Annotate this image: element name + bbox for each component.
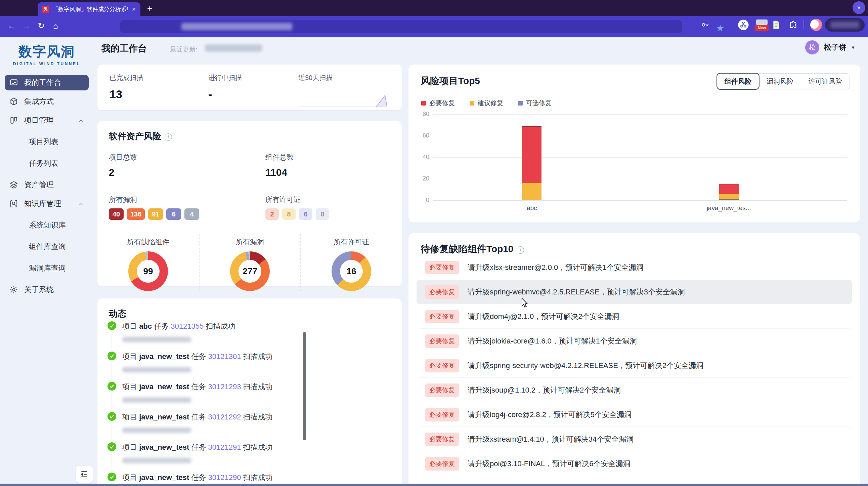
collapse-sidebar-button[interactable] xyxy=(76,466,93,483)
component-total-value: 1104 xyxy=(266,167,293,178)
tab-漏洞风险[interactable]: 漏洞风险 xyxy=(759,73,801,89)
success-check-icon xyxy=(107,442,116,451)
tab-close-icon[interactable]: × xyxy=(131,6,136,13)
new-extension-icon[interactable]: New xyxy=(755,20,769,31)
task-id-link[interactable]: 30121301 xyxy=(208,352,241,361)
window-bottom-edge xyxy=(0,484,868,486)
sidebar-item-knowledge-mgmt[interactable]: 知识库管理 xyxy=(5,196,89,211)
activity-timestamp-blurred xyxy=(122,367,191,372)
logo-subtitle: DIGITAL WIND TUNNEL xyxy=(0,61,93,66)
password-key-icon[interactable] xyxy=(701,20,710,30)
browser-menu-button[interactable]: ˅ xyxy=(852,1,865,14)
y-axis-tick: 20 xyxy=(414,175,429,182)
chevron-down-icon: ▼ xyxy=(851,45,855,50)
bar-segment xyxy=(522,183,541,200)
back-button[interactable]: ← xyxy=(7,21,16,31)
defect-row[interactable]: 必要修复 请升级xstream@1.4.10，预计可解决34个安全漏洞 xyxy=(416,427,852,451)
page-header: 我的工作台 最近更新: 松 松子饼 ▼ xyxy=(97,40,860,57)
task-id-link[interactable]: 30121292 xyxy=(208,413,241,421)
sidebar-item-integration[interactable]: 集成方式 xyxy=(5,94,89,109)
screenshot-extension-icon[interactable] xyxy=(738,19,749,31)
defect-row[interactable]: 必要修复 请升级jsoup@1.10.2，预计可解决2个安全漏洞 xyxy=(416,378,852,402)
task-id-link[interactable]: 30121355 xyxy=(170,322,204,330)
defect-row[interactable]: 必要修复 请升级spring-security-web@4.2.12.RELEA… xyxy=(416,353,852,378)
bar-java_new_tes...[interactable] xyxy=(719,114,739,200)
completed-scans-stat: 已完成扫描 13 xyxy=(110,73,143,101)
activity-item: 项目 java_new_test 任务 30121293 扫描成功 xyxy=(107,381,388,412)
task-id-link[interactable]: 30121291 xyxy=(208,443,241,451)
browser-tab[interactable]: 风 「数字风洞」软件成分分析系统 × xyxy=(38,2,141,16)
chevron-up-icon[interactable] xyxy=(78,201,84,207)
defect-top10-title: 待修复缺陷组件Top10 xyxy=(421,244,513,254)
extensions-puzzle-icon[interactable] xyxy=(789,20,798,30)
defect-row[interactable]: 必要修复 请升级poi@3.10-FINAL，预计可解决6个安全漏洞 xyxy=(416,451,852,476)
defect-list: 必要修复 请升级xlsx-streamer@2.0.0，预计可解决1个安全漏洞 … xyxy=(416,255,852,476)
tab-许可证风险[interactable]: 许可证风险 xyxy=(801,73,849,89)
bar-abc[interactable] xyxy=(522,114,541,200)
donut-total: 99 xyxy=(128,251,168,291)
browser-profile-pill[interactable] xyxy=(825,18,865,32)
user-menu[interactable]: 松 松子饼 ▼ xyxy=(805,40,855,55)
license-badge-row: 2860 xyxy=(266,208,329,220)
logo-title: 数字风洞 xyxy=(0,42,93,61)
about-icon xyxy=(9,285,18,294)
donut-chart-cell: 所有漏洞 277 xyxy=(199,234,300,291)
completed-scans-value: 13 xyxy=(110,88,143,101)
bookmark-star-icon[interactable]: ★ xyxy=(716,23,724,34)
sidebar-subitem-project-list[interactable]: 项目列表 xyxy=(5,134,89,150)
defect-row[interactable]: 必要修复 请升级jolokia-core@1.6.0，预计可解决1个安全漏洞 xyxy=(416,329,852,353)
chevron-up-icon[interactable] xyxy=(78,117,84,123)
donut-charts-row: 所有缺陷组件 99 所有漏洞 277 所有许可证 16 xyxy=(97,234,402,291)
sidebar-subitem-vuln-query[interactable]: 漏洞库查询 xyxy=(5,261,89,276)
asset-icon xyxy=(9,181,18,189)
project-total-value: 2 xyxy=(109,167,137,178)
defect-row[interactable]: 必要修复 请升级xlsx-streamer@2.0.0，预计可解决1个安全漏洞 xyxy=(416,255,852,280)
tab-组件风险[interactable]: 组件风险 xyxy=(717,73,759,89)
workspace-icon xyxy=(9,78,18,87)
info-icon[interactable]: i xyxy=(517,246,524,254)
browser-profile-avatar[interactable] xyxy=(810,19,822,31)
required-fix-badge: 必要修复 xyxy=(425,457,459,470)
activity-timestamp-blurred xyxy=(122,427,191,433)
tab-title: 「数字风洞」软件成分分析系统 xyxy=(53,5,128,13)
sidebar-item-workspace[interactable]: 我的工作台 xyxy=(5,75,89,90)
sidebar-item-about[interactable]: 关于系统 xyxy=(5,282,89,298)
task-id-link[interactable]: 30121293 xyxy=(208,383,241,391)
donut-title: 所有许可证 xyxy=(301,237,402,247)
activity-title: 动态 xyxy=(109,308,126,320)
sidebar-item-asset-mgmt[interactable]: 资产管理 xyxy=(5,177,89,192)
info-icon[interactable]: i xyxy=(164,133,172,141)
defect-text: 请升级poi@3.10-FINAL，预计可解决6个安全漏洞 xyxy=(468,459,630,469)
address-bar[interactable] xyxy=(120,20,682,33)
required-fix-badge: 必要修复 xyxy=(425,334,459,348)
risk-top5-title: 风险项目Top5 xyxy=(421,74,480,87)
defect-row[interactable]: 必要修复 请升级dom4j@2.1.0，预计可解决2个安全漏洞 xyxy=(416,304,852,329)
donut-chart: 277 xyxy=(230,251,270,291)
notes-extension-icon[interactable] xyxy=(772,20,781,30)
chart-legend: 必要修复 建议修复 可选修复 xyxy=(421,99,552,108)
new-tab-button[interactable]: + xyxy=(147,3,153,13)
all-vulns-label: 所有漏洞 xyxy=(109,195,199,204)
x-axis-label: java_new_tes... xyxy=(692,204,766,212)
sidebar-subitem-system-knowledge[interactable]: 系统知识库 xyxy=(5,217,89,233)
url-text-blurred xyxy=(181,23,292,30)
recent-scans-sparkline xyxy=(298,93,392,108)
risk-top5-card: 风险项目Top5 组件风险漏洞风险许可证风险 必要修复 建议修复 可选修复 02… xyxy=(408,64,860,222)
bar-segment xyxy=(522,126,541,127)
donut-chart-cell: 所有缺陷组件 99 xyxy=(97,234,199,291)
defect-row[interactable]: 必要修复 请升级log4j-core@2.8.2，预计可解决5个安全漏洞 xyxy=(416,402,852,427)
vuln-count-badge: 136 xyxy=(127,208,145,220)
project-icon xyxy=(9,116,18,125)
forward-button[interactable]: → xyxy=(22,21,31,31)
sidebar-subitem-component-query[interactable]: 组件库查询 xyxy=(5,239,89,254)
task-id-link[interactable]: 30121290 xyxy=(208,473,241,482)
sidebar-item-project-mgmt[interactable]: 项目管理 xyxy=(5,113,89,128)
success-check-icon xyxy=(107,412,116,421)
vuln-count-badge: 4 xyxy=(184,208,199,220)
defect-text: 请升级xstream@1.4.10，预计可解决34个安全漏洞 xyxy=(468,434,633,444)
defect-row[interactable]: 必要修复 请升级spring-webmvc@4.2.5.RELEASE，预计可解… xyxy=(416,280,852,304)
home-button[interactable]: ⌂ xyxy=(53,21,58,31)
reload-button[interactable]: ↻ xyxy=(38,21,45,31)
sidebar-subitem-task-list[interactable]: 任务列表 xyxy=(5,156,89,171)
activity-scrollbar[interactable] xyxy=(303,332,306,440)
